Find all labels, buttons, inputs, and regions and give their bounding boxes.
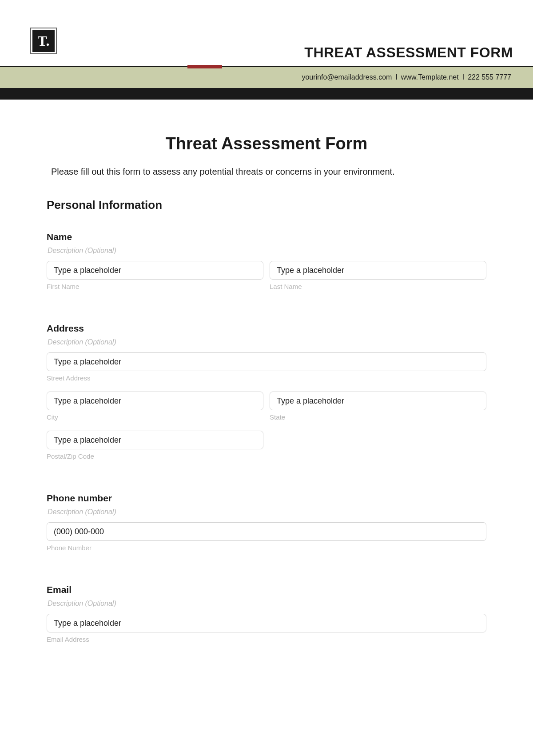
- page-title: Threat Assessment Form: [47, 134, 486, 153]
- contact-website: www.Template.net: [399, 73, 461, 81]
- last-name-sublabel: Last Name: [270, 283, 486, 290]
- contact-phone: 222 555 7777: [466, 73, 513, 81]
- phone-input[interactable]: [47, 522, 486, 541]
- content: Threat Assessment Form Please fill out t…: [0, 100, 533, 651]
- zip-sublabel: Postal/Zip Code: [47, 452, 263, 460]
- field-name: Name Description (Optional) First Name L…: [47, 232, 486, 298]
- header-top: T. THREAT ASSESSMENT FORM: [0, 0, 533, 67]
- first-name-input[interactable]: [47, 261, 263, 280]
- black-bar: [0, 88, 533, 100]
- field-phone: Phone number Description (Optional) Phon…: [47, 493, 486, 560]
- street-sublabel: Street Address: [47, 374, 486, 382]
- accent-bar: [187, 65, 222, 68]
- last-name-input[interactable]: [270, 261, 486, 280]
- header-title: THREAT ASSESSMENT FORM: [304, 44, 513, 61]
- state-sublabel: State: [270, 413, 486, 421]
- first-name-sublabel: First Name: [47, 283, 263, 290]
- address-label: Address: [47, 323, 486, 334]
- section-personal-info: Personal Information: [47, 198, 486, 212]
- name-label: Name: [47, 232, 486, 242]
- intro-text: Please fill out this form to assess any …: [47, 167, 486, 177]
- email-label: Email: [47, 584, 486, 595]
- name-desc: Description (Optional): [48, 247, 486, 255]
- info-bar: yourinfo@emailaddress.com I www.Template…: [0, 67, 533, 88]
- separator: I: [394, 73, 399, 81]
- field-address: Address Description (Optional) Street Ad…: [47, 323, 486, 468]
- phone-sublabel: Phone Number: [47, 544, 486, 552]
- phone-desc: Description (Optional): [48, 508, 486, 516]
- zip-input[interactable]: [47, 431, 263, 449]
- contact-email: yourinfo@emailaddress.com: [300, 73, 394, 81]
- logo: T.: [30, 28, 57, 54]
- phone-label: Phone number: [47, 493, 486, 504]
- email-input[interactable]: [47, 614, 486, 632]
- separator: I: [461, 73, 466, 81]
- state-input[interactable]: [270, 392, 486, 410]
- address-desc: Description (Optional): [48, 338, 486, 346]
- street-input[interactable]: [47, 352, 486, 371]
- logo-text: T.: [32, 30, 55, 52]
- city-input[interactable]: [47, 392, 263, 410]
- email-desc: Description (Optional): [48, 600, 486, 608]
- field-email: Email Description (Optional) Email Addre…: [47, 584, 486, 651]
- city-sublabel: City: [47, 413, 263, 421]
- email-sublabel: Email Address: [47, 636, 486, 643]
